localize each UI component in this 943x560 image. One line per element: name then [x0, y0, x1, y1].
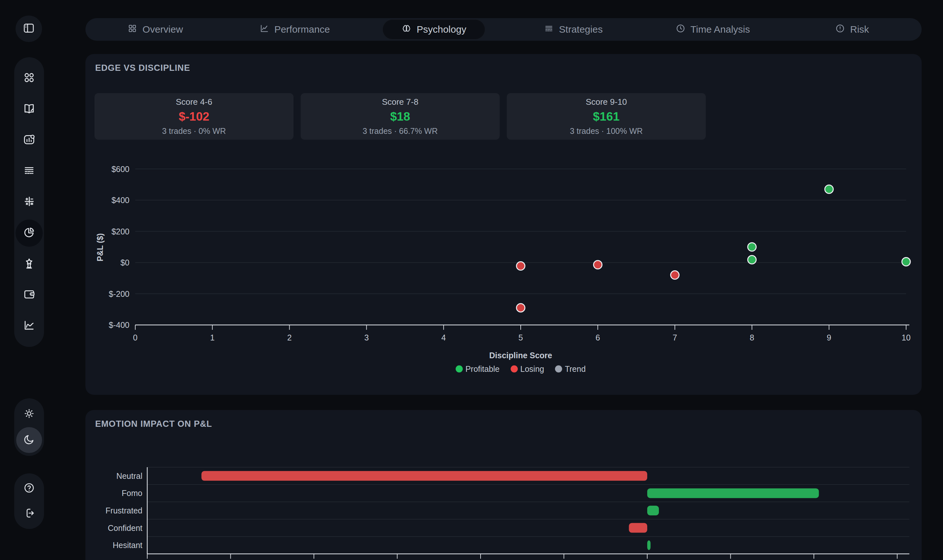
emotion-category-label: Hesitant [113, 541, 142, 550]
legend-label: Losing [520, 365, 544, 374]
x-tick-label: 5 [519, 333, 523, 342]
scatter-point-losing[interactable] [670, 271, 679, 279]
x-tick-label: 6 [596, 333, 600, 342]
sun-icon [23, 408, 35, 421]
tab-risk[interactable]: Risk [816, 19, 887, 40]
clock-icon [675, 23, 686, 36]
x-tick-label: 7 [673, 333, 677, 342]
scatter-point-profitable[interactable] [902, 258, 910, 266]
emotion-category-label: Neutral [116, 471, 142, 480]
sidebar-item-chart-line[interactable] [15, 312, 43, 340]
theme-sun-button[interactable] [16, 401, 42, 427]
scatter-legend: ProfitableLosingTrend [135, 363, 906, 374]
scatter-point-losing[interactable] [517, 304, 525, 312]
sidebar-item-calculator[interactable] [15, 189, 43, 215]
legend-label: Trend [565, 365, 585, 374]
logout-button[interactable] [16, 501, 42, 526]
legend-item-trend: Trend [555, 365, 585, 374]
help-circle-button[interactable] [16, 476, 42, 501]
table-rows-icon [23, 164, 35, 178]
emotion-bar-neutral[interactable] [201, 471, 647, 481]
x-tick-label: 0 [133, 333, 137, 342]
tab-label: Overview [142, 24, 183, 35]
tab-label: Risk [850, 24, 869, 35]
x-tick-label: 2 [287, 333, 292, 342]
tab-label: Time Analysis [691, 24, 750, 35]
legend-label: Profitable [465, 365, 500, 374]
emotion-category-label: Frustrated [105, 506, 142, 515]
sidebar-item-dashboard-grid[interactable] [15, 65, 43, 92]
sidebar-item-journal-book[interactable] [15, 96, 43, 123]
main-tabbar: OverviewPerformancePsychologyStrategiesT… [85, 18, 921, 41]
y-tick-label: $0 [120, 258, 130, 267]
x-tick-label: 3 [364, 333, 369, 342]
panel-left-icon [23, 22, 35, 35]
y-tick-label: $-200 [109, 289, 130, 298]
line-chart-icon [259, 23, 270, 36]
tab-time-analysis[interactable]: Time Analysis [657, 19, 769, 40]
emotion-bar-fomo[interactable] [647, 488, 819, 498]
emotion-category-label: Fomo [122, 489, 142, 498]
sidebar-item-award[interactable] [15, 251, 43, 278]
sidebar-nav [14, 57, 44, 347]
pie-chart-icon [23, 226, 35, 240]
help-circle-icon [23, 482, 35, 495]
emotion-category-label: Confident [108, 523, 142, 532]
x-axis-title: Discipline Score [489, 351, 553, 360]
scatter-point-losing[interactable] [517, 262, 525, 270]
tab-cell: Risk [782, 18, 921, 41]
x-tick-label: 8 [750, 333, 754, 342]
chart-column-icon [23, 133, 35, 148]
emotion-bar-frustrated[interactable] [647, 506, 659, 515]
tab-performance[interactable]: Performance [241, 19, 349, 40]
scatter-point-profitable[interactable] [748, 243, 756, 251]
emotion-bar-hesitant[interactable] [647, 540, 650, 550]
tab-cell: Overview [85, 18, 225, 41]
brain-icon [401, 23, 412, 36]
tab-cell: Time Analysis [643, 18, 782, 41]
emotion-impact-bar-chart: NeutralFomoFrustratedConfidentHesitant [85, 410, 921, 560]
edge-discipline-scatter-chart: $600$400$200$0$-200$-400012345678910P&L … [85, 54, 921, 395]
alert-circle-icon [835, 23, 845, 36]
y-tick-label: $-400 [109, 320, 130, 329]
y-tick-label: $600 [111, 165, 130, 174]
sidebar-footer [14, 473, 44, 529]
tab-strategies[interactable]: Strategies [525, 19, 621, 40]
legend-item-profitable: Profitable [456, 365, 500, 374]
theme-toggle [14, 398, 44, 456]
tab-label: Psychology [417, 24, 466, 35]
sidebar-toggle-button[interactable] [15, 15, 42, 42]
legend-dot [456, 365, 463, 372]
sidebar-item-wallet[interactable] [15, 281, 43, 308]
theme-moon-button[interactable] [16, 427, 42, 453]
x-tick-label: 9 [827, 333, 831, 342]
sidebar-item-pie-chart[interactable] [15, 220, 43, 247]
scatter-point-losing[interactable] [594, 261, 602, 269]
tab-cell: Strategies [503, 18, 643, 41]
tab-psychology[interactable]: Psychology [383, 19, 485, 40]
legend-dot [555, 365, 562, 372]
legend-item-losing: Losing [511, 365, 544, 374]
dashboard-grid-icon [23, 71, 35, 85]
chart-line-icon [23, 319, 35, 333]
legend-dot [511, 365, 518, 372]
scatter-point-profitable[interactable] [748, 255, 756, 264]
journal-book-icon [23, 102, 35, 116]
award-icon [23, 257, 35, 271]
tab-label: Strategies [559, 24, 603, 35]
emotion-impact-panel: EMOTION IMPACT ON P&L NeutralFomoFrustra… [85, 410, 921, 560]
sidebar-item-table-rows[interactable] [15, 157, 43, 185]
wallet-icon [23, 288, 35, 302]
logout-icon [23, 507, 35, 520]
scatter-point-profitable[interactable] [825, 185, 833, 193]
sidebar-item-chart-column[interactable] [15, 127, 43, 154]
y-tick-label: $200 [111, 227, 130, 236]
emotion-bar-confident[interactable] [629, 523, 647, 533]
rows-icon [544, 23, 554, 36]
grid-icon [127, 23, 137, 36]
calculator-icon [23, 195, 35, 209]
trading-psychology-dashboard: { "colors": { "page_bg": "#0a0c10", "pan… [0, 0, 943, 560]
tab-overview[interactable]: Overview [108, 19, 202, 40]
y-axis-title: P&L ($) [96, 233, 105, 261]
tab-cell: Performance [225, 18, 364, 41]
